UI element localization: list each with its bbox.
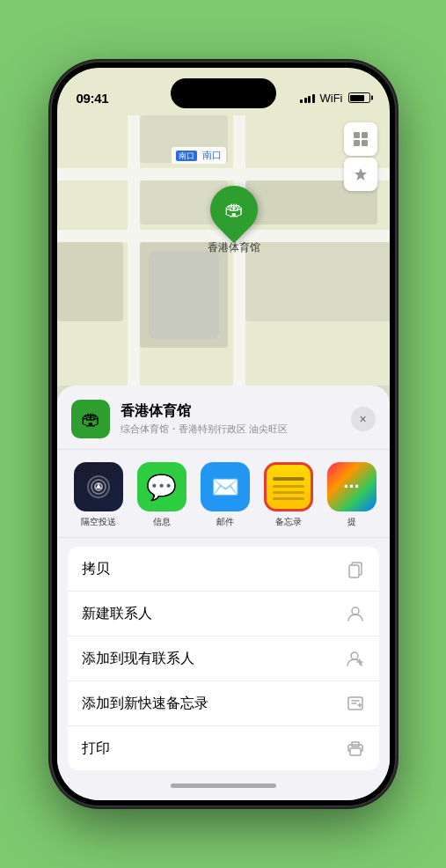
home-indicator xyxy=(57,770,390,800)
signal-bars xyxy=(300,92,315,103)
mail-icon: ✉️ xyxy=(201,462,250,511)
action-quick-note-label: 添加到新快速备忘录 xyxy=(82,695,208,713)
signal-bar-3 xyxy=(308,96,311,103)
status-icons: WiFi xyxy=(300,92,370,105)
home-bar xyxy=(171,783,276,788)
action-add-contact[interactable]: 添加到现有联系人 xyxy=(68,636,379,681)
building-5 xyxy=(245,242,390,321)
dynamic-island xyxy=(171,78,276,108)
app-item-notes[interactable]: 备忘录 xyxy=(261,462,316,528)
new-contact-icon xyxy=(346,604,365,623)
stadium-pin[interactable]: 🏟 香港体育馆 xyxy=(208,186,260,255)
signal-bar-2 xyxy=(304,98,307,103)
close-button[interactable]: × xyxy=(351,407,376,431)
airdrop-icon xyxy=(74,462,123,511)
notes-line-3 xyxy=(273,491,304,494)
battery-fill xyxy=(350,95,364,101)
pin-circle: 🏟 xyxy=(200,176,267,243)
action-new-contact-label: 新建联系人 xyxy=(82,605,152,623)
svg-rect-0 xyxy=(354,132,360,138)
print-icon xyxy=(346,739,365,758)
map-area[interactable]: 南口 南口 南口 xyxy=(57,115,390,386)
wifi-icon: WiFi xyxy=(320,92,343,105)
signal-bar-1 xyxy=(300,99,303,103)
action-add-contact-label: 添加到现有联系人 xyxy=(82,650,194,668)
svg-point-9 xyxy=(352,607,359,614)
notes-icon xyxy=(264,462,313,511)
mail-label: 邮件 xyxy=(216,516,234,528)
action-new-contact[interactable]: 新建联系人 xyxy=(68,592,379,636)
road-vertical-1 xyxy=(128,115,140,386)
svg-rect-12 xyxy=(350,748,361,755)
svg-rect-8 xyxy=(349,565,359,577)
notes-line-1 xyxy=(273,477,304,481)
messages-icon: 💬 xyxy=(137,462,186,511)
app-item-more[interactable]: ··· 提 xyxy=(325,462,379,528)
more-apps-icon: ··· xyxy=(327,462,377,511)
app-item-messages[interactable]: 💬 信息 xyxy=(135,462,189,528)
stadium-inner xyxy=(149,251,219,339)
app-item-mail[interactable]: ✉️ 邮件 xyxy=(198,462,252,528)
status-bar: 09:41 WiFi xyxy=(57,68,390,115)
more-label: 提 xyxy=(347,516,356,528)
battery-icon xyxy=(348,92,370,103)
action-copy[interactable]: 拷贝 xyxy=(68,547,379,592)
sheet-header: 🏟 香港体育馆 综合体育馆・香港特别行政区 油尖旺区 × xyxy=(57,386,390,450)
notes-line-2 xyxy=(273,485,304,488)
signal-bar-4 xyxy=(312,94,315,103)
app-item-airdrop[interactable]: 隔空投送 xyxy=(71,462,126,528)
svg-point-10 xyxy=(351,652,358,659)
phone-frame: 09:41 WiFi xyxy=(52,63,395,805)
action-quick-note[interactable]: 添加到新快速备忘录 xyxy=(68,681,379,726)
stadium-icon: 🏟 xyxy=(224,198,244,221)
svg-rect-3 xyxy=(362,140,368,146)
phone-screen: 09:41 WiFi xyxy=(57,68,390,800)
road-horizontal-1 xyxy=(57,168,390,180)
venue-info: 香港体育馆 综合体育馆・香港特别行政区 油尖旺区 xyxy=(121,402,340,436)
messages-label: 信息 xyxy=(153,516,171,528)
add-contact-icon xyxy=(346,649,365,668)
notes-line-4 xyxy=(273,497,304,500)
map-controls xyxy=(344,122,377,191)
airdrop-label: 隔空投送 xyxy=(81,516,116,528)
location-button[interactable] xyxy=(344,158,377,191)
south-gate-label: 南口 南口 南口 xyxy=(172,147,226,164)
venue-icon: 🏟 xyxy=(71,400,110,438)
venue-name: 香港体育馆 xyxy=(121,402,340,421)
svg-rect-1 xyxy=(362,132,368,138)
action-print[interactable]: 打印 xyxy=(68,726,379,770)
building-4 xyxy=(57,242,123,321)
quick-note-icon xyxy=(346,694,365,713)
notes-icon-wrapper xyxy=(264,462,313,511)
more-dots: ··· xyxy=(343,475,359,498)
svg-rect-2 xyxy=(354,140,360,146)
bottom-sheet: 🏟 香港体育馆 综合体育馆・香港特别行政区 油尖旺区 × xyxy=(57,386,390,800)
action-list: 拷贝 新建联系人 添加到现有联系人 xyxy=(68,547,379,770)
notes-label: 备忘录 xyxy=(275,516,302,528)
venue-desc: 综合体育馆・香港特别行政区 油尖旺区 xyxy=(121,423,340,436)
action-print-label: 打印 xyxy=(82,739,110,758)
apps-row: 隔空投送 💬 信息 ✉️ 邮件 xyxy=(57,450,390,538)
status-time: 09:41 xyxy=(77,91,109,106)
action-copy-label: 拷贝 xyxy=(82,560,110,578)
copy-icon xyxy=(346,559,365,578)
map-view-toggle[interactable] xyxy=(344,122,377,156)
